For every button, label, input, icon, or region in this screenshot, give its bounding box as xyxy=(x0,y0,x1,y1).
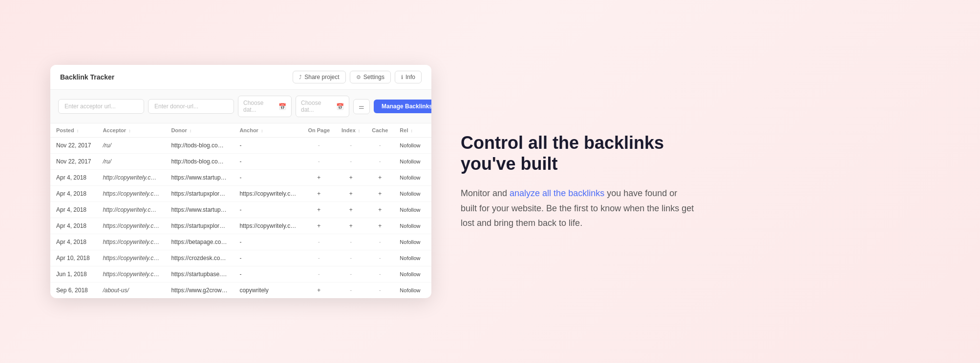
donor-url: http://tods-blog.com.ua/services/... xyxy=(171,158,234,165)
donor-url: https://crozdesk.com/marketing/... xyxy=(171,255,234,262)
window-title: Backlink Tracker xyxy=(60,73,114,81)
donor-url: https://startupxplore.com/en/star... xyxy=(171,222,234,229)
filter-options-button[interactable]: ⚌ xyxy=(353,99,370,114)
table-header-row: Posted ↕ Acceptor ↕ Donor ↕ Anchor ↕ On … xyxy=(50,123,431,138)
date-picker-1[interactable]: Choose dat... 📅 xyxy=(238,96,292,117)
date-1-text: Choose dat... xyxy=(243,100,276,113)
col-header-on-page: On Page xyxy=(302,123,336,138)
table-row: Jun 1, 2018https://copywritely.comhttps:… xyxy=(50,266,431,282)
donor-url: https://startupbase.io/startups/c... xyxy=(171,271,234,278)
col-header-cache: Cache xyxy=(366,123,394,138)
col-header-posted: Posted ↕ xyxy=(50,123,97,138)
filter-icon: ⚌ xyxy=(359,103,364,110)
body-text: Monitor and analyze all the backlinks yo… xyxy=(461,186,695,231)
calendar-icon-1: 📅 xyxy=(278,103,286,110)
window-titlebar: Backlink Tracker ⤴ Share project ⚙ Setti… xyxy=(50,65,431,90)
filter-bar: Choose dat... 📅 Choose dat... 📅 ⚌ Manage… xyxy=(50,90,431,123)
page-wrapper: Backlink Tracker ⤴ Share project ⚙ Setti… xyxy=(50,65,930,298)
table-row: Sep 6, 2018/about-us/https://www.g2crowd… xyxy=(50,282,431,299)
col-header-type: Type ↕ xyxy=(426,123,431,138)
app-window: Backlink Tracker ⤴ Share project ⚙ Setti… xyxy=(50,65,431,298)
settings-button[interactable]: ⚙ Settings xyxy=(350,71,391,83)
table-row: Nov 22, 2017/ru/http://tods-blog.com.ua/… xyxy=(50,154,431,170)
table-row: Apr 4, 2018http://copywritely.com?utm_me… xyxy=(50,170,431,186)
toolbar-buttons: ⤴ Share project ⚙ Settings ℹ Info xyxy=(293,71,422,83)
donor-url: https://startupxplore.com/en/star... xyxy=(171,190,234,197)
manage-backlinks-button[interactable]: Manage Backlinks xyxy=(374,100,431,113)
analyze-link[interactable]: analyze all the backlinks xyxy=(510,188,604,198)
acceptor-input[interactable] xyxy=(58,99,144,114)
table-container: Posted ↕ Acceptor ↕ Donor ↕ Anchor ↕ On … xyxy=(50,123,431,298)
table-row: Apr 10, 2018https://copywritely.comhttps… xyxy=(50,250,431,266)
donor-url: http://tods-blog.com.ua/services/... xyxy=(171,142,234,149)
col-header-donor: Donor ↕ xyxy=(165,123,234,138)
date-picker-2[interactable]: Choose dat... 📅 xyxy=(296,96,349,117)
info-button[interactable]: ℹ Info xyxy=(395,71,422,83)
col-header-index: Index ↕ xyxy=(336,123,366,138)
table-row: Apr 4, 2018https://copywritely.comhttps:… xyxy=(50,234,431,250)
col-header-anchor: Anchor ↕ xyxy=(234,123,302,138)
right-content: Control all the backlinks you've built M… xyxy=(461,132,695,231)
share-project-button[interactable]: ⤴ Share project xyxy=(293,71,345,83)
backlinks-table: Posted ↕ Acceptor ↕ Donor ↕ Anchor ↕ On … xyxy=(50,123,431,298)
headline: Control all the backlinks you've built xyxy=(461,132,695,174)
info-icon: ℹ xyxy=(401,74,403,81)
date-2-text: Choose dat... xyxy=(301,100,333,113)
gear-icon: ⚙ xyxy=(356,74,361,81)
donor-url: https://www.startupranking.com/... xyxy=(171,174,234,181)
donor-url: https://betapage.co/product/cop... xyxy=(171,239,234,245)
share-icon: ⤴ xyxy=(299,74,302,80)
donor-url: https://www.g2crowd.com/prod... xyxy=(171,287,234,294)
col-header-rel: Rel ↕ xyxy=(394,123,426,138)
donor-url: https://www.startupranking.com/... xyxy=(171,206,234,213)
table-row: Apr 4, 2018https://copywritely.comhttps:… xyxy=(50,218,431,234)
table-row: Apr 4, 2018http://copywritely.com?utm_me… xyxy=(50,202,431,218)
table-row: Nov 22, 2017/ru/http://tods-blog.com.ua/… xyxy=(50,138,431,154)
col-header-acceptor: Acceptor ↕ xyxy=(97,123,165,138)
table-row: Apr 4, 2018https://copywritely.comhttps:… xyxy=(50,186,431,202)
donor-input[interactable] xyxy=(148,99,234,114)
body-prefix: Monitor and xyxy=(461,188,510,198)
calendar-icon-2: 📅 xyxy=(336,103,344,110)
